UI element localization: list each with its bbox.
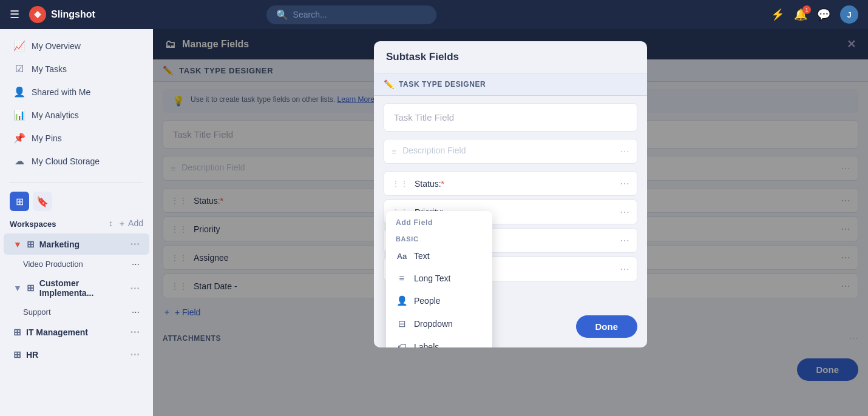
workspace-it[interactable]: ⊞ IT Management ⋯ bbox=[4, 321, 149, 343]
modal-field-status: ⋮⋮ Status:* ⋯ bbox=[384, 171, 637, 196]
workspace-sub-video[interactable]: Video Production ⋯ bbox=[4, 256, 149, 272]
tasks-icon: ☑ bbox=[13, 63, 25, 75]
add-field-dropdown-item[interactable]: ⊟ Dropdown bbox=[386, 312, 492, 335]
shared-icon: 👤 bbox=[13, 86, 25, 98]
sidebar-divider bbox=[10, 183, 143, 183]
stack4-icon: ⊞ bbox=[13, 349, 21, 360]
main-layout: 📈 My Overview ☑ My Tasks 👤 Shared with M… bbox=[0, 0, 868, 416]
workspace2-more-icon[interactable]: ⋯ bbox=[130, 283, 140, 294]
modal-field-name-status: Status:* bbox=[415, 179, 614, 189]
modal-task-title-placeholder: Task Title Field bbox=[394, 112, 454, 122]
workspaces-header: Workspaces ↕ ＋ Add bbox=[0, 215, 153, 233]
longtext-label: Long Text bbox=[414, 273, 450, 283]
add-field-dropdown-header: Add Field bbox=[386, 211, 492, 230]
workspace-more-icon[interactable]: ⋯ bbox=[130, 238, 140, 250]
modal-more-assignee[interactable]: ⋯ bbox=[620, 235, 629, 246]
sidebar-item-pins[interactable]: 📌 My Pins bbox=[4, 127, 149, 149]
sidebar-item-label: My Tasks bbox=[32, 64, 67, 74]
modal-more-status[interactable]: ⋯ bbox=[620, 178, 629, 189]
workspace-expand-icon: ▼ bbox=[13, 240, 22, 249]
people-label: People bbox=[414, 296, 441, 306]
modal-ttd-label: TASK TYPE DESIGNER bbox=[399, 80, 486, 89]
add-field-text[interactable]: Aa Text bbox=[386, 245, 492, 267]
modal-desc-placeholder: Description Field bbox=[402, 146, 466, 155]
modal-task-title-field: Task Title Field bbox=[384, 103, 637, 132]
workspace4-more-icon[interactable]: ⋯ bbox=[130, 349, 140, 360]
stack3-icon: ⊞ bbox=[13, 327, 21, 338]
workspace2-name: Customer Implementa... bbox=[39, 278, 125, 298]
chat-icon[interactable]: 💬 bbox=[817, 8, 830, 21]
modal-desc-more[interactable]: ⋯ bbox=[620, 146, 629, 157]
modal-more-priority[interactable]: ⋯ bbox=[620, 206, 629, 218]
sort-icon[interactable]: ↕ bbox=[109, 218, 113, 229]
hamburger-icon[interactable]: ☰ bbox=[10, 8, 19, 21]
workspace3-more-icon[interactable]: ⋯ bbox=[130, 326, 140, 338]
sidebar-item-cloud[interactable]: ☁ My Cloud Storage bbox=[4, 150, 149, 172]
modal-overlay: Subtask Fields ✏️ TASK TYPE DESIGNER Tas… bbox=[153, 29, 868, 416]
modal-pencil-icon: ✏️ bbox=[384, 79, 394, 89]
sidebar-item-shared[interactable]: 👤 Shared with Me bbox=[4, 81, 149, 103]
workspace2-expand-icon: ▼ bbox=[13, 283, 22, 293]
workspace-sub-support[interactable]: Support ⋯ bbox=[4, 304, 149, 320]
sub2-more-icon[interactable]: ⋯ bbox=[132, 307, 140, 317]
workspace-name: Marketing bbox=[39, 240, 80, 249]
content-area: Marke Group By Section 🚀 ⋯ + Task ▾ ⊻ bbox=[153, 29, 868, 416]
modal-done-button[interactable]: Done bbox=[576, 315, 638, 338]
analytics-icon: 📊 bbox=[13, 109, 25, 121]
labels-icon: 🏷 bbox=[396, 341, 408, 347]
sidebar: 📈 My Overview ☑ My Tasks 👤 Shared with M… bbox=[0, 29, 153, 416]
cloud-icon: ☁ bbox=[13, 155, 25, 167]
sub-workspace-name: Video Production bbox=[23, 260, 83, 269]
workspaces-label: Workspaces bbox=[10, 220, 109, 229]
bookmark-icon: 🔖 bbox=[33, 192, 52, 211]
workspace-hr[interactable]: ⊞ HR ⋯ bbox=[4, 344, 149, 365]
workspace-marketing[interactable]: ▼ ⊞ Marketing ⋯ bbox=[4, 233, 149, 255]
lightning-icon[interactable]: ⚡ bbox=[771, 8, 784, 21]
modal-drag-status: ⋮⋮ bbox=[392, 179, 409, 189]
sidebar-item-label: My Cloud Storage bbox=[32, 156, 100, 166]
add-field-labels[interactable]: 🏷 Labels bbox=[386, 335, 492, 347]
sidebar-item-label: My Overview bbox=[32, 41, 81, 51]
subtask-modal-header: Subtask Fields bbox=[374, 41, 647, 73]
modal-ttd-banner: ✏️ TASK TYPE DESIGNER bbox=[374, 73, 647, 96]
basic-section-label: BASIC bbox=[386, 230, 492, 245]
modal-desc-icon: ≡ bbox=[392, 147, 396, 156]
search-icon: 🔍 bbox=[276, 9, 288, 21]
subtask-fields-title: Subtask Fields bbox=[386, 51, 459, 62]
avatar[interactable]: J bbox=[840, 5, 858, 24]
longtext-icon: ≡ bbox=[396, 273, 408, 283]
modal-desc-field: ≡ Description Field ⋯ bbox=[384, 139, 637, 164]
workspace3-name: IT Management bbox=[26, 327, 88, 337]
add-workspace-icon[interactable]: ＋ Add bbox=[118, 218, 143, 229]
dropdown-icon: ⊟ bbox=[396, 318, 408, 329]
search-input[interactable] bbox=[293, 10, 415, 19]
add-field-people[interactable]: 👤 People bbox=[386, 289, 492, 312]
pins-icon: 📌 bbox=[13, 132, 25, 144]
text-icon: Aa bbox=[396, 252, 408, 261]
sidebar-item-tasks[interactable]: ☑ My Tasks bbox=[4, 58, 149, 80]
sidebar-item-label: My Pins bbox=[32, 133, 62, 143]
bell-icon[interactable]: 🔔 1 bbox=[794, 8, 807, 21]
stack2-icon: ⊞ bbox=[27, 283, 35, 294]
text-label: Text bbox=[414, 251, 430, 261]
nav-icons: ⚡ 🔔 1 💬 J bbox=[771, 5, 858, 24]
modal-more-startdate[interactable]: ⋯ bbox=[620, 263, 629, 275]
sidebar-item-label: Shared with Me bbox=[32, 87, 90, 97]
overview-icon: 📈 bbox=[13, 40, 25, 52]
app-logo: Slingshot bbox=[29, 6, 95, 23]
sidebar-item-analytics[interactable]: 📊 My Analytics bbox=[4, 104, 149, 126]
stack-icon-1: ⊞ bbox=[10, 192, 29, 211]
workspace4-name: HR bbox=[26, 350, 38, 360]
workspace-customer[interactable]: ▼ ⊞ Customer Implementa... ⋯ bbox=[4, 273, 149, 303]
sidebar-item-overview[interactable]: 📈 My Overview bbox=[4, 35, 149, 57]
people-icon: 👤 bbox=[396, 295, 408, 306]
ws-actions[interactable]: ↕ ＋ Add bbox=[109, 218, 143, 229]
dropdown-label: Dropdown bbox=[414, 319, 453, 329]
subtask-modal: Subtask Fields ✏️ TASK TYPE DESIGNER Tas… bbox=[374, 41, 647, 347]
sidebar-nav: 📈 My Overview ☑ My Tasks 👤 Shared with M… bbox=[0, 29, 153, 178]
app-name: Slingshot bbox=[51, 9, 95, 20]
add-field-longtext[interactable]: ≡ Long Text bbox=[386, 267, 492, 289]
sidebar-item-label: My Analytics bbox=[32, 110, 79, 120]
sub-more-icon[interactable]: ⋯ bbox=[132, 260, 140, 269]
search-bar[interactable]: 🔍 bbox=[266, 5, 436, 24]
